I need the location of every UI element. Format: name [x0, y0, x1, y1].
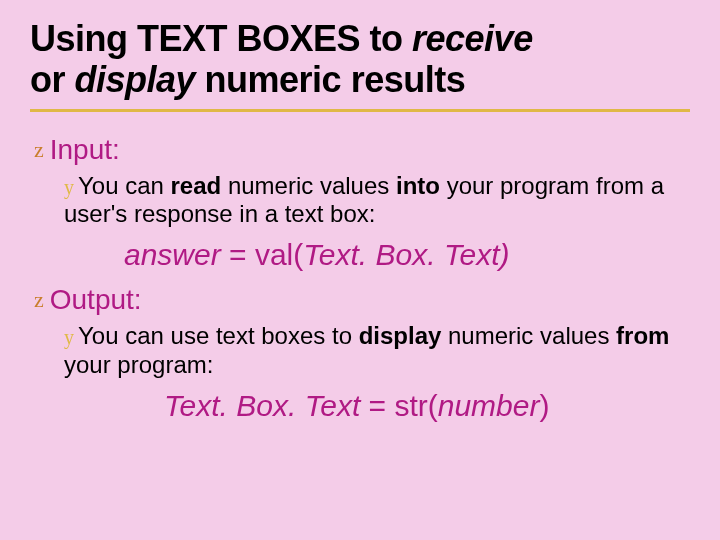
slide-body: z Input: yYou can read numeric values in… — [30, 134, 690, 423]
code-eq2: = — [360, 389, 394, 422]
code-answer: answer — [124, 238, 221, 271]
output-desc: yYou can use text boxes to display numer… — [64, 322, 690, 379]
output-desc-e: your program: — [64, 351, 213, 378]
title-part3: or — [30, 59, 75, 100]
input-code: answer = val(Text. Box. Text) — [124, 238, 690, 272]
code-eq1: = — [221, 238, 255, 271]
title-part1: Using TEXT BOXES to — [30, 18, 412, 59]
y-bullet-icon: y — [64, 176, 74, 198]
input-heading: z Input: — [34, 134, 690, 166]
output-code: Text. Box. Text = str(number) — [164, 389, 690, 423]
code-tbt1: Text. Box. Text) — [303, 238, 509, 271]
z-bullet-icon: z — [34, 139, 44, 161]
input-heading-text: Input: — [50, 134, 120, 166]
output-heading-text: Output: — [50, 284, 142, 316]
slide: Using TEXT BOXES to receive or display n… — [0, 0, 720, 445]
output-desc-a: You can use text boxes to — [78, 322, 359, 349]
code-tbt2: Text. Box. Text — [164, 389, 360, 422]
title-part5: numeric results — [195, 59, 465, 100]
title-underline — [30, 109, 690, 112]
code-number: number — [438, 389, 540, 422]
input-desc-c: numeric values — [221, 172, 396, 199]
code-close: ) — [539, 389, 549, 422]
z-bullet-icon: z — [34, 289, 44, 311]
input-desc-a: You can — [78, 172, 171, 199]
input-desc-b: read — [171, 172, 222, 199]
code-val: val( — [255, 238, 303, 271]
title-part2: receive — [412, 18, 533, 59]
output-desc-b: display — [359, 322, 442, 349]
slide-title: Using TEXT BOXES to receive or display n… — [30, 18, 690, 101]
input-desc-d: into — [396, 172, 440, 199]
title-part4: display — [75, 59, 196, 100]
input-desc: yYou can read numeric values into your p… — [64, 172, 690, 229]
output-desc-c: numeric values — [441, 322, 616, 349]
output-desc-d: from — [616, 322, 669, 349]
output-heading: z Output: — [34, 284, 690, 316]
y-bullet-icon: y — [64, 326, 74, 348]
code-str: str( — [394, 389, 437, 422]
